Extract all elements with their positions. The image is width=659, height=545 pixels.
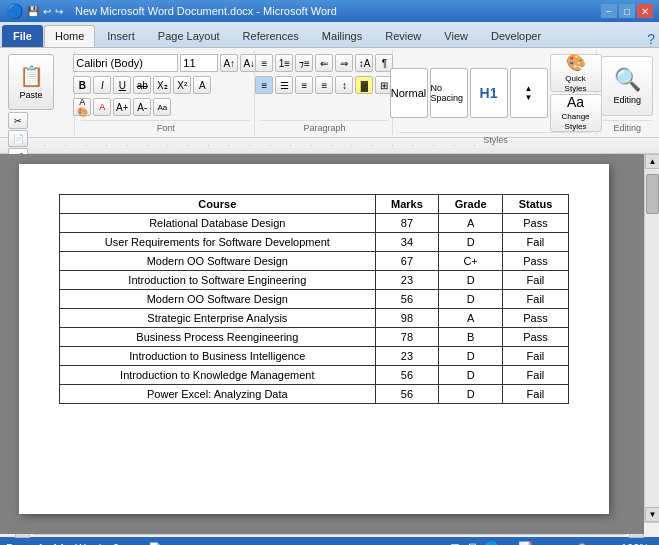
quick-access-save[interactable]: 💾 — [27, 6, 39, 17]
cell-grade: A — [439, 309, 503, 328]
subscript-button[interactable]: X₂ — [153, 76, 171, 94]
paste-button[interactable]: 📋 Paste — [8, 54, 54, 110]
table-row: Relational Database Design87APass — [60, 214, 569, 233]
style-normal[interactable]: Normal — [390, 68, 428, 118]
cell-status: Pass — [502, 309, 568, 328]
tab-insert[interactable]: Insert — [96, 25, 146, 47]
style-heading1[interactable]: H1 — [470, 68, 508, 118]
cell-marks: 87 — [375, 214, 439, 233]
scroll-up-button[interactable]: ▲ — [645, 154, 659, 169]
cell-course: User Requirements for Software Developme… — [60, 233, 376, 252]
scroll-down-button[interactable]: ▼ — [645, 507, 659, 522]
style-scroll-up[interactable]: ▲▼ — [510, 68, 548, 118]
tab-mailings[interactable]: Mailings — [311, 25, 373, 47]
copy-button[interactable]: 📄 — [8, 130, 28, 147]
cell-status: Fail — [502, 290, 568, 309]
view-normal-icon[interactable]: ⊞ — [450, 541, 460, 545]
strikethrough-button[interactable]: ab — [133, 76, 151, 94]
quick-access-redo[interactable]: ↪ — [55, 6, 63, 17]
quick-styles-label: QuickStyles — [565, 74, 587, 93]
cell-course: Modern OO Software Design — [60, 252, 376, 271]
cell-status: Fail — [502, 385, 568, 404]
align-center-button[interactable]: ☰ — [275, 76, 293, 94]
view-draft-icon[interactable]: 📝 — [518, 541, 533, 545]
bullets-button[interactable]: ≡ — [255, 54, 273, 72]
table-row: Business Process Reengineering78BPass — [60, 328, 569, 347]
table-row: Strategic Enterprise Analysis98APass — [60, 309, 569, 328]
cut-button[interactable]: ✂ — [8, 112, 28, 129]
shading-button[interactable]: ▓ — [355, 76, 373, 94]
tab-references[interactable]: References — [232, 25, 310, 47]
editing-icon: 🔍 — [614, 67, 641, 93]
cell-course: Business Process Reengineering — [60, 328, 376, 347]
cell-grade: D — [439, 290, 503, 309]
bold-button[interactable]: B — [73, 76, 91, 94]
table-body: Relational Database Design87APassUser Re… — [60, 214, 569, 404]
scroll-thumb[interactable] — [646, 174, 659, 214]
change-case-button[interactable]: Aa — [153, 98, 171, 116]
font-name-input[interactable] — [73, 54, 178, 72]
grow-font-button[interactable]: A↑ — [220, 54, 238, 72]
document-area: Course Marks Grade Status Relational Dat… — [0, 154, 659, 522]
tab-developer[interactable]: Developer — [480, 25, 552, 47]
spell-check-icon[interactable]: ✓ — [129, 542, 138, 546]
quick-access-undo[interactable]: ↩ — [43, 6, 51, 17]
cell-marks: 23 — [375, 347, 439, 366]
tab-pagelayout[interactable]: Page Layout — [147, 25, 231, 47]
tab-file[interactable]: File — [2, 25, 43, 47]
editing-button[interactable]: 🔍 Editing — [601, 56, 653, 116]
clear-format-button[interactable]: A — [193, 76, 211, 94]
font-size-dn[interactable]: A- — [133, 98, 151, 116]
minimize-button[interactable]: − — [601, 4, 617, 18]
sort-button[interactable]: ↕A — [355, 54, 373, 72]
title-text: New Microsoft Word Document.docx - Micro… — [75, 5, 337, 17]
quick-styles-button[interactable]: 🎨 QuickStyles — [550, 54, 602, 92]
word-icon: 🔵 — [6, 3, 23, 19]
justify-button[interactable]: ≡ — [315, 76, 333, 94]
view-web-icon[interactable]: 🌐 — [484, 541, 499, 545]
style-no-spacing[interactable]: No Spacing — [430, 68, 468, 118]
decrease-indent-button[interactable]: ⇐ — [315, 54, 333, 72]
cell-grade: D — [439, 385, 503, 404]
text-highlight-button[interactable]: A🎨 — [73, 98, 91, 116]
maximize-button[interactable]: □ — [619, 4, 635, 18]
doc-scroll-area[interactable]: Course Marks Grade Status Relational Dat… — [0, 154, 644, 534]
superscript-button[interactable]: X² — [173, 76, 191, 94]
view-outline-icon[interactable]: ≡ — [505, 541, 512, 545]
numbering-button[interactable]: 1≡ — [275, 54, 293, 72]
line-spacing-button[interactable]: ↕ — [335, 76, 353, 94]
align-left-button[interactable]: ≡ — [255, 76, 273, 94]
tab-home[interactable]: Home — [44, 25, 95, 47]
align-right-button[interactable]: ≡ — [295, 76, 313, 94]
paragraph-group: ≡ 1≡ ⁊≡ ⇐ ⇒ ↕A ¶ ≡ ☰ ≡ ≡ ↕ ▓ ⊞ — [257, 50, 392, 135]
header-grade: Grade — [439, 195, 503, 214]
vertical-scrollbar[interactable]: ▲ ▼ — [644, 154, 659, 522]
multilevel-button[interactable]: ⁊≡ — [295, 54, 313, 72]
table-row: Modern OO Software Design56DFail — [60, 290, 569, 309]
paragraph-label: Paragraph — [261, 120, 387, 133]
tab-review[interactable]: Review — [374, 25, 432, 47]
table-row: User Requirements for Software Developme… — [60, 233, 569, 252]
document-view-icon[interactable]: 📄 — [148, 542, 162, 546]
cell-course: Relational Database Design — [60, 214, 376, 233]
font-group: A↑ A↓ B I U ab X₂ X² A A🎨 A A+ A- — [77, 50, 255, 135]
font-color-button[interactable]: A — [93, 98, 111, 116]
status-bar: Page: 1 of 1 Words: 0 ✓ 📄 ⊞ 🖥 🌐 ≡ 📝 − + … — [0, 537, 659, 545]
tab-view[interactable]: View — [433, 25, 479, 47]
cell-course: Modern OO Software Design — [60, 290, 376, 309]
cell-marks: 98 — [375, 309, 439, 328]
view-fullscreen-icon[interactable]: 🖥 — [466, 541, 478, 545]
header-status: Status — [502, 195, 568, 214]
change-styles-button[interactable]: Aa ChangeStyles — [550, 94, 602, 132]
cell-marks: 67 — [375, 252, 439, 271]
editing-group: 🔍 Editing Editing — [599, 50, 655, 135]
font-size-input[interactable] — [180, 54, 218, 72]
table-row: Power Excel: Analyzing Data56DFail — [60, 385, 569, 404]
italic-button[interactable]: I — [93, 76, 111, 94]
increase-indent-button[interactable]: ⇒ — [335, 54, 353, 72]
font-size-up[interactable]: A+ — [113, 98, 131, 116]
underline-button[interactable]: U — [113, 76, 131, 94]
close-button[interactable]: ✕ — [637, 4, 653, 18]
cell-marks: 56 — [375, 385, 439, 404]
help-icon[interactable]: ? — [647, 31, 655, 47]
